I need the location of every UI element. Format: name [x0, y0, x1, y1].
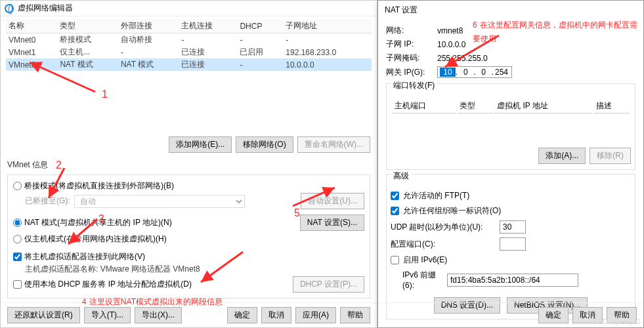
udp-label: UDP 超时(以秒为单位)(U): [391, 222, 496, 233]
subip-value: 10.0.0.0 [437, 40, 465, 49]
titlebar: 虚拟网络编辑器 [1, 1, 377, 16]
nat-mode-label[interactable]: NAT 模式(与虚拟机共享主机的 IP 地址)(N) [24, 217, 172, 228]
ipv6-prefix-input[interactable] [447, 274, 578, 287]
ftp-checkbox[interactable] [391, 192, 399, 200]
advanced-group: 高级 允许活动的 FTP(T) 允许任何组织唯一标识符(O) UDP 超时(以秒… [386, 174, 635, 319]
table-row-selected[interactable]: VMnet8NAT 模式NAT 模式已连接-10.0.0.0 [6, 58, 372, 71]
vmnet-table[interactable]: 名称 类型 外部连接 主机连接 DHCP 子网地址 VMnet0桥接模式自动桥接… [6, 19, 372, 71]
bridge-autoset-button: 自动设置(U)... [301, 193, 364, 209]
host-adapter-label[interactable]: 将主机虚拟适配器连接到此网络(V) [24, 251, 145, 262]
col-host[interactable]: 主机连接 [179, 19, 237, 33]
cancel-button[interactable]: 取消 [261, 307, 291, 323]
table-row[interactable]: VMnet1仅主机...-已连接已启用192.168.233.0 [6, 46, 372, 58]
dhcp-label[interactable]: 使用本地 DHCP 服务将 IP 地址分配给虚拟机(D) [24, 279, 192, 290]
col-dhcp[interactable]: DHCP [237, 19, 283, 33]
bridge-to-select: 自动 [74, 195, 245, 208]
pf-col-vmip[interactable]: 虚拟机 IP 地址 [494, 99, 591, 113]
ipv6-label[interactable]: 启用 IPv6(E) [403, 255, 447, 266]
pf-col-hostport[interactable]: 主机端口 [392, 99, 456, 113]
restore-defaults-button[interactable]: 还原默认设置(R) [7, 307, 80, 323]
mask-label: 子网掩码: [386, 52, 432, 64]
table-row[interactable]: VMnet0桥接模式自动桥接--- [6, 33, 372, 47]
col-type[interactable]: 类型 [57, 19, 118, 33]
export-button[interactable]: 导出(X)... [135, 307, 182, 323]
globe-icon [5, 4, 14, 13]
gateway-label: 网关 IP(G): [386, 67, 432, 78]
col-subnet[interactable]: 子网地址 [283, 19, 372, 33]
hostonly-mode-radio[interactable] [13, 235, 22, 243]
bridge-mode-radio[interactable] [13, 182, 22, 190]
window-title: 虚拟网络编辑器 [18, 3, 73, 14]
mask-value: 255.255.255.0 [437, 54, 488, 63]
cfgport-label: 配置端口(C): [391, 239, 496, 250]
bridge-mode-label[interactable]: 桥接模式(将虚拟机直接连接到外部网络)(B) [24, 180, 174, 192]
help-button[interactable]: 帮助 [340, 307, 370, 323]
rename-network-button: 重命名网络(W)... [297, 136, 370, 153]
nat-settings-dialog: NAT 设置 网络:vmnet8 子网 IP:10.0.0.0 子网掩码:255… [377, 0, 644, 328]
ipv6-checkbox[interactable] [391, 256, 399, 264]
pf-remove-button: 移除(R) [590, 148, 631, 164]
ok-button[interactable]: 确定 [227, 307, 257, 323]
vmnet-info-group: 桥接模式(将虚拟机直接连接到外部网络)(B) 已桥接至(G): 自动 自动设置(… [7, 174, 370, 298]
hostonly-mode-label[interactable]: 仅主机模式(在专用网络内连接虚拟机)(H) [24, 234, 167, 245]
port-forward-legend: 端口转发(F) [391, 81, 437, 90]
dhcp-settings-button: DHCP 设置(P)... [293, 276, 364, 293]
org-checkbox[interactable] [391, 207, 399, 215]
nat-settings-button[interactable]: NAT 设置(S)... [300, 215, 364, 231]
remove-network-button[interactable]: 移除网络(O) [236, 136, 293, 153]
org-label[interactable]: 允许任何组织唯一标识符(O) [403, 205, 501, 216]
virtual-network-editor-window: 虚拟网络编辑器 名称 类型 外部连接 主机连接 DHCP 子网地址 VMnet0… [0, 0, 377, 328]
port-forward-group: 端口转发(F) 主机端口 类型 虚拟机 IP 地址 描述 添加(A)... 移除… [386, 83, 635, 170]
net-label: 网络: [386, 25, 432, 36]
host-adapter-checkbox[interactable] [13, 253, 22, 261]
net-value: vmnet8 [437, 26, 463, 35]
add-network-button[interactable]: 添加网络(E)... [169, 136, 232, 153]
port-forward-table[interactable]: 主机端口 类型 虚拟机 IP 地址 描述 [391, 98, 631, 145]
ipv6-prefix-label: IPv6 前缀(6): [391, 270, 443, 290]
dlg-ok-button[interactable]: 确定 [538, 307, 569, 323]
dhcp-checkbox[interactable] [13, 280, 22, 289]
col-ext[interactable]: 外部连接 [118, 19, 179, 33]
gateway-ip-input[interactable]: ... [437, 66, 512, 78]
dialog-title: NAT 设置 [378, 1, 643, 20]
advanced-legend: 高级 [391, 171, 412, 180]
apply-button[interactable]: 应用(A) [295, 307, 336, 323]
pf-col-type[interactable]: 类型 [457, 99, 493, 113]
nat-mode-radio[interactable] [13, 218, 22, 227]
import-button[interactable]: 导入(T)... [84, 307, 131, 323]
udp-timeout-input[interactable] [500, 220, 526, 234]
host-adapter-name: 主机虚拟适配器名称: VMware 网络适配器 VMnet8 [13, 264, 364, 275]
ftp-label[interactable]: 允许活动的 FTP(T) [403, 190, 469, 201]
subip-label: 子网 IP: [386, 39, 432, 50]
watermark: CSDN@zh_00 [593, 318, 640, 325]
vmnet-info-title: VMnet 信息 [1, 157, 377, 172]
bridge-to-label: 已桥接至(G): [25, 195, 70, 207]
cfgport-input[interactable] [500, 237, 526, 251]
col-name[interactable]: 名称 [6, 19, 57, 33]
pf-col-desc[interactable]: 描述 [593, 99, 630, 113]
pf-add-button[interactable]: 添加(A)... [538, 148, 586, 164]
